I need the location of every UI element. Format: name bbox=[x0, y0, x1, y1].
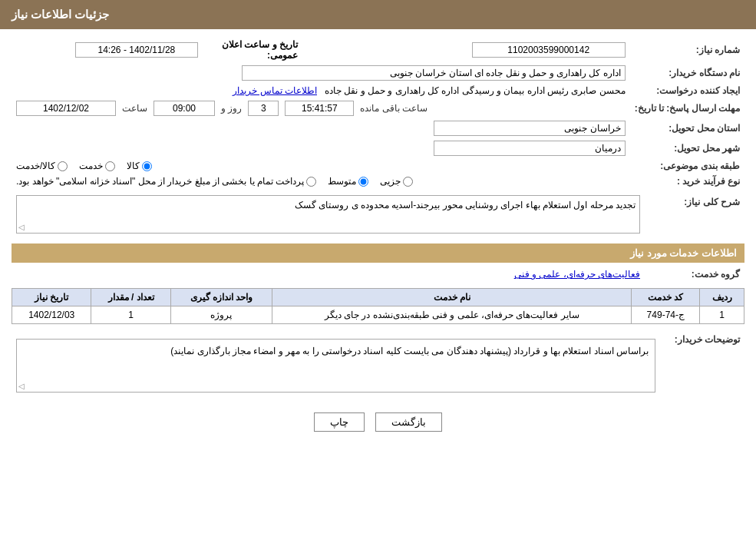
radio-kala-label: کالا bbox=[127, 161, 140, 171]
col-kod-khedmat: کد خدمت bbox=[632, 289, 700, 306]
shahr-label: شهر محل تحویل: bbox=[630, 138, 744, 158]
row-tazih: توضیحات خریدار: براساس اسناد استعلام بها… bbox=[12, 330, 744, 401]
row-groh-khedmat: گروه خدمت: فعالیت‌های حرفه‌ای، علمی و فن… bbox=[12, 267, 744, 282]
info-table: شماره نیاز: 1102003599000142 تاریخ و ساع… bbox=[12, 37, 744, 189]
shomare-niaz-label: شماره نیاز: bbox=[630, 37, 744, 63]
chap-button[interactable]: چاپ bbox=[314, 412, 365, 432]
nam-dastgah-input: اداره کل راهداری و حمل و نقل جاده ای است… bbox=[242, 65, 626, 81]
col-tarikh: تاریخ نیاز bbox=[12, 289, 91, 306]
baghimande-label: ساعت باقی مانده bbox=[360, 103, 428, 114]
col-tedad: تعداد / مقدار bbox=[91, 289, 170, 306]
ijad-konande-label: ایجاد کننده درخواست: bbox=[630, 83, 744, 98]
saat-label: ساعت bbox=[122, 103, 147, 114]
row-noe-farayand: نوع فرآیند خرید : پرداخت تمام یا بخشی از… bbox=[12, 174, 744, 189]
mohlat-date: 1402/12/02 bbox=[16, 101, 116, 116]
cell-nam-khedmat: سایر فعالیت‌های حرفه‌ای، علمی و فنی طبقه… bbox=[272, 306, 632, 324]
nam-dastgah-label: نام دستگاه خریدار: bbox=[630, 63, 744, 83]
tarikh-aelan-label: تاریخ و ساعت اعلان عمومی: bbox=[203, 37, 302, 63]
sharh-koli-table: شرح کلی نیاز: تجدید مرحله اول استعلام به… bbox=[12, 193, 744, 236]
services-table: ردیف کد خدمت نام خدمت واحد اندازه گیری ت… bbox=[12, 288, 744, 324]
ostan-input: خراسان جنوبی bbox=[434, 121, 626, 136]
page-title: جزئیات اطلاعات نیاز bbox=[12, 8, 109, 21]
radio-kala-input[interactable] bbox=[142, 161, 152, 171]
row-nam-dastgah: نام دستگاه خریدار: اداره کل راهداری و حم… bbox=[12, 63, 744, 83]
page-header: جزئیات اطلاعات نیاز bbox=[0, 0, 756, 29]
sharh-koli-input: تجدید مرحله اول استعلام بهاء اجرای روشنا… bbox=[16, 195, 640, 234]
radio-asnad-khazane[interactable]: پرداخت تمام یا بخشی از مبلغ خریدار از مح… bbox=[16, 176, 316, 187]
mohlat-saat: 09:00 bbox=[154, 101, 215, 116]
tabaqebandi-label: طبقه بندی موضوعی: bbox=[630, 158, 744, 174]
aelaat-tamas-link[interactable]: اطلاعات تماس خریدار bbox=[233, 85, 317, 96]
radio-jozi-input[interactable] bbox=[403, 177, 413, 187]
ostan-label: استان محل تحویل: bbox=[630, 118, 744, 138]
mohlat-inline: 1402/12/02 ساعت 09:00 روز و 3 15:41:57 س… bbox=[16, 101, 626, 116]
mohlat-value: 1402/12/02 ساعت 09:00 روز و 3 15:41:57 س… bbox=[12, 98, 630, 118]
groh-khedmat-label: گروه خدمت: bbox=[645, 267, 744, 282]
sharh-koli-value: تجدید مرحله اول استعلام بهاء اجرای روشنا… bbox=[12, 193, 645, 236]
bazgasht-button[interactable]: بازگشت bbox=[375, 412, 442, 432]
groh-khedmat-link[interactable]: فعالیت‌های حرفه‌ای، علمی و فنی bbox=[514, 269, 640, 280]
table-row: 1 ج-74-749 سایر فعالیت‌های حرفه‌ای، علمی… bbox=[12, 306, 744, 324]
services-table-header: ردیف کد خدمت نام خدمت واحد اندازه گیری ت… bbox=[12, 289, 744, 306]
radio-motavaset-input[interactable] bbox=[358, 177, 368, 187]
tazih-input: براساس اسناد استعلام بها و قرارداد (پیشن… bbox=[16, 339, 655, 393]
radio-asnad-khazane-input[interactable] bbox=[306, 177, 316, 187]
radio-khedmat-input[interactable] bbox=[105, 161, 115, 171]
ijad-konande-text: محسن صابری رئیس اداره بیمان و رسیدگی ادا… bbox=[325, 85, 626, 96]
ijad-konande-value: محسن صابری رئیس اداره بیمان و رسیدگی ادا… bbox=[12, 83, 630, 98]
noe-farayand-value: پرداخت تمام یا بخشی از مبلغ خریدار از مح… bbox=[12, 174, 630, 189]
mohlat-baghimande: 15:41:57 bbox=[285, 101, 354, 116]
radio-kala-khedmat[interactable]: کالا/خدمت bbox=[16, 161, 68, 171]
radio-jozi-label: جزیی bbox=[380, 176, 401, 187]
header-row: ردیف کد خدمت نام خدمت واحد اندازه گیری ت… bbox=[12, 289, 744, 306]
cell-tarikh: 1402/12/03 bbox=[12, 306, 91, 324]
noe-farayand-label: نوع فرآیند خرید : bbox=[630, 174, 744, 189]
row-sharh-koli: شرح کلی نیاز: تجدید مرحله اول استعلام به… bbox=[12, 193, 744, 236]
page-wrapper: جزئیات اطلاعات نیاز شماره نیاز: 11020035… bbox=[0, 0, 756, 540]
noe-farayand-radio-group: پرداخت تمام یا بخشی از مبلغ خریدار از مح… bbox=[16, 176, 626, 187]
groh-khedmat-value: فعالیت‌های حرفه‌ای، علمی و فنی bbox=[12, 267, 645, 282]
shomare-niaz-input: 1102003599000142 bbox=[472, 42, 626, 58]
radio-kala-khedmat-input[interactable] bbox=[58, 161, 68, 171]
row-ostan: استان محل تحویل: خراسان جنوبی bbox=[12, 118, 744, 138]
shahr-input: درمیان bbox=[434, 141, 626, 156]
button-bar: بازگشت چاپ bbox=[12, 405, 744, 439]
shahr-value: درمیان bbox=[12, 138, 630, 158]
row-ijad-konande: ایجاد کننده درخواست: محسن صابری رئیس ادا… bbox=[12, 83, 744, 98]
radio-jozi[interactable]: جزیی bbox=[380, 176, 413, 187]
groh-khedmat-table: گروه خدمت: فعالیت‌های حرفه‌ای، علمی و فن… bbox=[12, 267, 744, 282]
tabaqebandi-value: کالا/خدمت خدمت کالا bbox=[12, 158, 630, 174]
radio-khedmat-label: خدمت bbox=[79, 161, 103, 171]
tazih-table: توضیحات خریدار: براساس اسناد استعلام بها… bbox=[12, 330, 744, 401]
content-area: شماره نیاز: 1102003599000142 تاریخ و ساع… bbox=[0, 29, 756, 447]
radio-kala-khedmat-label: کالا/خدمت bbox=[16, 161, 55, 171]
tazih-label: توضیحات خریدار: bbox=[660, 330, 744, 401]
ostan-value: خراسان جنوبی bbox=[12, 118, 630, 138]
sharh-koli-label: شرح کلی نیاز: bbox=[645, 193, 744, 236]
roz-label: روز و bbox=[221, 103, 242, 114]
col-radif: ردیف bbox=[700, 289, 744, 306]
radio-asnad-khazane-label: پرداخت تمام یا بخشی از مبلغ خریدار از مح… bbox=[16, 176, 304, 187]
tazih-text: براساس اسناد استعلام بها و قرارداد (پیشن… bbox=[170, 346, 649, 356]
col-nam-khedmat: نام خدمت bbox=[272, 289, 632, 306]
cell-radif: 1 bbox=[700, 306, 744, 324]
tarikh-aelan-input: 1402/11/28 - 14:26 bbox=[75, 42, 198, 58]
col-vahed: واحد اندازه گیری bbox=[170, 289, 272, 306]
row-tabaqebandi: طبقه بندی موضوعی: کالا/خدمت خدمت کالا bbox=[12, 158, 744, 174]
cell-tedad: 1 bbox=[91, 306, 170, 324]
radio-motavaset[interactable]: متوسط bbox=[328, 176, 368, 187]
shomare-niaz-value: 1102003599000142 bbox=[395, 37, 630, 63]
tarikh-aelan-value: 1402/11/28 - 14:26 bbox=[12, 37, 203, 63]
sharh-koli-text: تجدید مرحله اول استعلام بهاء اجرای روشنا… bbox=[295, 200, 636, 210]
tazih-value: براساس اسناد استعلام بها و قرارداد (پیشن… bbox=[12, 330, 660, 401]
radio-khedmat[interactable]: خدمت bbox=[79, 161, 115, 171]
row-shahr: شهر محل تحویل: درمیان bbox=[12, 138, 744, 158]
cell-kod-khedmat: ج-74-749 bbox=[632, 306, 700, 324]
row-shomare-niaz: شماره نیاز: 1102003599000142 تاریخ و ساع… bbox=[12, 37, 744, 63]
service-info-title: اطلاعات خدمات مورد نیاز bbox=[12, 243, 744, 263]
radio-kala[interactable]: کالا bbox=[127, 161, 152, 171]
nam-dastgah-value: اداره کل راهداری و حمل و نقل جاده ای است… bbox=[12, 63, 630, 83]
row-mohlat: مهلت ارسال پاسخ: تا تاریخ: 1402/12/02 سا… bbox=[12, 98, 744, 118]
empty-cell-1 bbox=[302, 37, 395, 63]
mohlat-roz: 3 bbox=[248, 101, 279, 116]
